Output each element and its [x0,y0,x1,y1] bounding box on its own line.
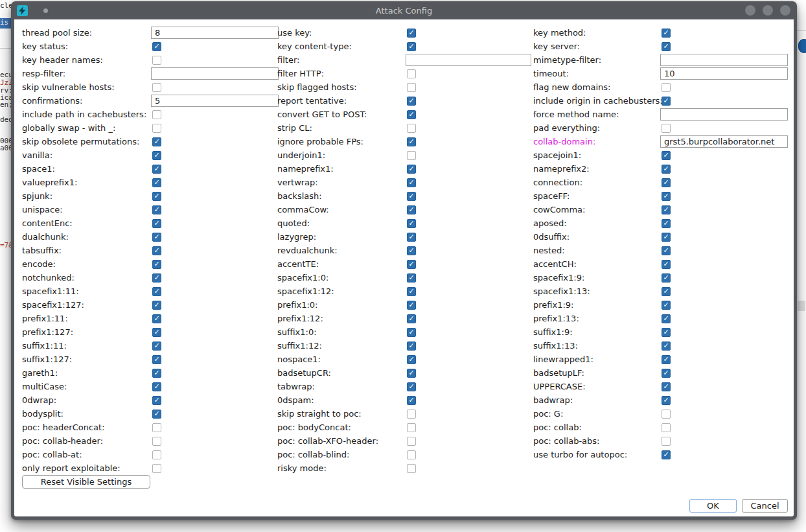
checkbox[interactable] [662,410,671,419]
checkbox[interactable]: ✓ [152,341,161,351]
checkbox[interactable]: ✓ [407,137,416,146]
checkbox[interactable]: ✓ [662,314,671,323]
checkbox[interactable]: ✓ [152,246,161,255]
checkbox[interactable] [407,410,416,419]
checkbox[interactable]: ✓ [662,165,671,174]
checkbox[interactable] [152,56,161,65]
checkbox[interactable]: ✓ [407,301,416,310]
checkbox[interactable] [152,450,161,459]
reset-visible-settings-button[interactable]: Reset Visible Settings [22,475,150,489]
checkbox[interactable] [662,437,671,446]
close-button[interactable] [780,5,790,16]
checkbox[interactable]: ✓ [407,246,416,255]
checkbox[interactable]: ✓ [662,192,671,201]
checkbox[interactable]: ✓ [662,246,671,255]
maximize-button[interactable] [763,5,773,16]
checkbox[interactable] [407,69,416,78]
checkbox[interactable] [152,423,161,432]
text-input[interactable] [151,95,279,107]
checkbox[interactable]: ✓ [407,287,416,296]
checkbox[interactable]: ✓ [407,110,416,119]
checkbox[interactable]: ✓ [152,273,161,283]
checkbox[interactable]: ✓ [407,355,416,364]
checkbox[interactable]: ✓ [407,260,416,269]
checkbox[interactable] [152,83,161,92]
checkbox[interactable] [407,151,416,160]
checkbox[interactable]: ✓ [152,382,161,391]
titlebar[interactable]: Attack Config [11,1,797,19]
checkbox[interactable] [152,437,161,446]
checkbox[interactable]: ✓ [662,328,671,337]
checkbox[interactable]: ✓ [662,355,671,364]
checkbox[interactable] [407,437,416,446]
checkbox[interactable]: ✓ [662,273,671,283]
checkbox[interactable]: ✓ [407,273,416,283]
checkbox[interactable]: ✓ [407,328,416,337]
checkbox[interactable] [152,124,161,133]
checkbox[interactable] [662,423,671,432]
checkbox[interactable]: ✓ [407,165,416,174]
text-input[interactable] [660,108,788,121]
checkbox[interactable]: ✓ [407,219,416,228]
checkbox[interactable]: ✓ [152,410,161,419]
checkbox[interactable]: ✓ [152,178,161,187]
checkbox[interactable] [152,110,161,119]
checkbox[interactable]: ✓ [662,178,671,187]
checkbox[interactable]: ✓ [662,396,671,405]
checkbox[interactable]: ✓ [662,97,671,106]
checkbox[interactable]: ✓ [407,205,416,214]
checkbox[interactable]: ✓ [662,287,671,296]
checkbox[interactable] [152,464,161,473]
text-input[interactable] [660,67,788,80]
checkbox[interactable] [407,450,416,459]
checkbox[interactable]: ✓ [407,192,416,201]
checkbox[interactable]: ✓ [152,369,161,378]
checkbox[interactable] [407,124,416,133]
text-input[interactable] [151,27,279,39]
checkbox[interactable]: ✓ [407,341,416,351]
checkbox[interactable]: ✓ [662,205,671,214]
checkbox[interactable]: ✓ [152,137,161,146]
checkbox[interactable]: ✓ [407,178,416,187]
checkbox[interactable]: ✓ [152,396,161,405]
checkbox[interactable]: ✓ [152,192,161,201]
checkbox[interactable]: ✓ [152,314,161,323]
checkbox[interactable]: ✓ [662,260,671,269]
checkbox[interactable]: ✓ [407,382,416,391]
checkbox[interactable]: ✓ [662,219,671,228]
checkbox[interactable]: ✓ [662,42,671,51]
checkbox[interactable]: ✓ [152,42,161,51]
checkbox[interactable]: ✓ [407,369,416,378]
ok-button[interactable]: OK [689,499,737,513]
checkbox[interactable]: ✓ [662,29,671,38]
checkbox[interactable]: ✓ [152,301,161,310]
checkbox[interactable]: ✓ [407,314,416,323]
text-input[interactable] [151,67,279,80]
checkbox[interactable]: ✓ [152,165,161,174]
checkbox[interactable]: ✓ [407,396,416,405]
checkbox[interactable]: ✓ [662,382,671,391]
checkbox[interactable]: ✓ [407,29,416,38]
checkbox[interactable]: ✓ [662,341,671,351]
checkbox[interactable]: ✓ [407,97,416,106]
checkbox[interactable]: ✓ [407,233,416,242]
checkbox[interactable] [407,423,416,432]
text-input[interactable] [406,54,531,66]
checkbox[interactable]: ✓ [662,301,671,310]
checkbox[interactable] [407,83,416,92]
text-input[interactable] [660,54,788,66]
checkbox[interactable]: ✓ [662,450,671,459]
checkbox[interactable]: ✓ [152,151,161,160]
text-input[interactable] [660,135,788,148]
checkbox[interactable]: ✓ [152,328,161,337]
checkbox[interactable]: ✓ [152,219,161,228]
checkbox[interactable]: ✓ [152,233,161,242]
checkbox[interactable]: ✓ [152,287,161,296]
checkbox[interactable]: ✓ [152,260,161,269]
checkbox[interactable] [407,464,416,473]
checkbox[interactable]: ✓ [662,369,671,378]
minimize-button[interactable] [745,5,755,16]
checkbox[interactable]: ✓ [662,233,671,242]
checkbox[interactable] [662,83,671,92]
checkbox[interactable]: ✓ [152,205,161,214]
